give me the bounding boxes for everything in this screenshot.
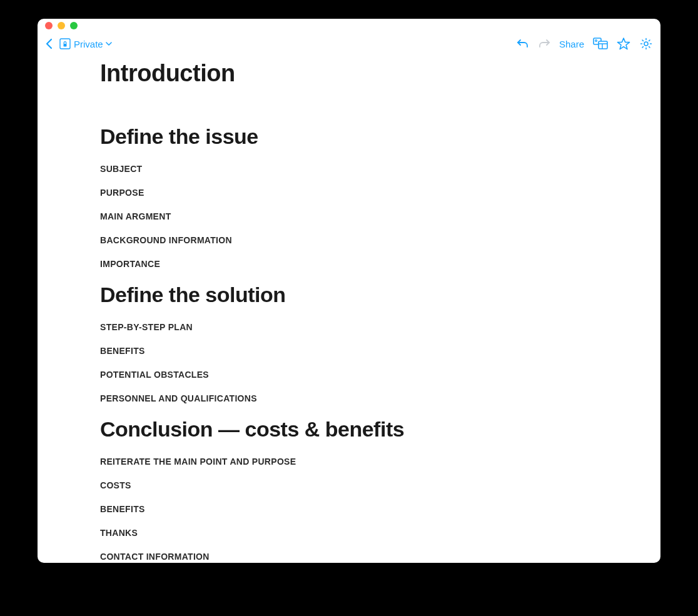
outline-item: THANKS bbox=[100, 528, 660, 538]
svg-rect-4 bbox=[599, 41, 607, 49]
svg-rect-1 bbox=[64, 44, 67, 47]
section-heading: Define the issue bbox=[100, 124, 660, 149]
notebook-selector[interactable]: Private bbox=[59, 38, 112, 50]
notebook-lock-icon bbox=[59, 38, 71, 50]
document-body[interactable]: Introduction Define the issue SUBJECT PU… bbox=[38, 55, 660, 563]
chevron-down-icon bbox=[106, 41, 112, 47]
outline-item: STEP-BY-STEP PLAN bbox=[100, 322, 660, 332]
favorite-button[interactable] bbox=[617, 38, 630, 50]
undo-button[interactable] bbox=[517, 38, 529, 49]
outline-item: IMPORTANCE bbox=[100, 259, 660, 269]
section: Conclusion — costs & benefits REITERATE … bbox=[100, 417, 660, 562]
section-heading: Define the solution bbox=[100, 283, 660, 307]
undo-icon bbox=[517, 38, 529, 49]
templates-icon bbox=[593, 38, 608, 50]
gear-icon bbox=[639, 37, 653, 51]
settings-button[interactable] bbox=[639, 37, 653, 51]
back-button[interactable] bbox=[45, 38, 54, 49]
outline-item: MAIN ARGMENT bbox=[100, 211, 660, 221]
redo-icon bbox=[538, 38, 550, 49]
redo-button[interactable] bbox=[538, 38, 550, 49]
svg-point-3 bbox=[595, 40, 597, 42]
outline-item: BENEFITS bbox=[100, 346, 660, 356]
app-window: Private Share bbox=[38, 19, 660, 563]
outline-item: BACKGROUND INFORMATION bbox=[100, 235, 660, 245]
svg-point-8 bbox=[644, 42, 648, 46]
outline-item: REITERATE THE MAIN POINT AND PURPOSE bbox=[100, 457, 660, 467]
toolbar: Private Share bbox=[38, 33, 660, 55]
window-minimize-button[interactable] bbox=[58, 22, 65, 29]
outline-item: SUBJECT bbox=[100, 164, 660, 174]
outline-item: PURPOSE bbox=[100, 188, 660, 198]
chevron-left-icon bbox=[45, 38, 54, 49]
share-button[interactable]: Share bbox=[559, 39, 584, 49]
outline-item: PERSONNEL AND QUALIFICATIONS bbox=[100, 393, 660, 403]
outline-item: BENEFITS bbox=[100, 504, 660, 514]
star-icon bbox=[617, 38, 630, 50]
window-zoom-button[interactable] bbox=[70, 22, 78, 29]
notebook-label: Private bbox=[74, 39, 103, 49]
window-close-button[interactable] bbox=[45, 22, 53, 29]
outline-item: POTENTIAL OBSTACLES bbox=[100, 370, 660, 380]
section: Define the issue SUBJECT PURPOSE MAIN AR… bbox=[100, 124, 660, 269]
svg-marker-7 bbox=[618, 38, 630, 49]
titlebar bbox=[38, 19, 660, 33]
document-title: Introduction bbox=[100, 60, 660, 87]
templates-button[interactable] bbox=[593, 38, 608, 50]
section: Define the solution STEP-BY-STEP PLAN BE… bbox=[100, 283, 660, 403]
outline-item: COSTS bbox=[100, 480, 660, 490]
section-heading: Conclusion — costs & benefits bbox=[100, 417, 660, 442]
outline-item: CONTACT INFORMATION bbox=[100, 552, 660, 562]
